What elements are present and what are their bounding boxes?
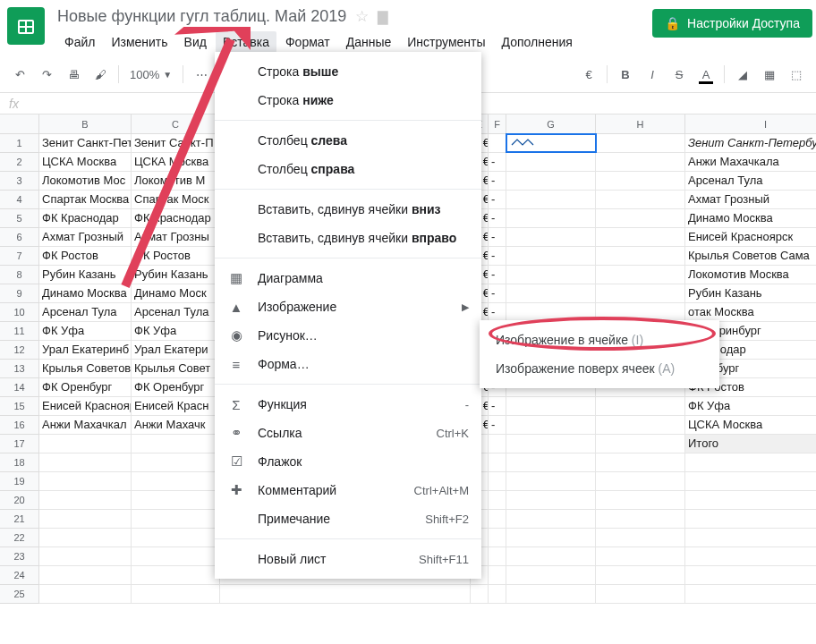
- menu-вид[interactable]: Вид: [177, 31, 214, 53]
- row-header-24[interactable]: 24: [0, 566, 38, 585]
- cell-I4[interactable]: Ахмат Грозный: [685, 191, 816, 208]
- cell-G3[interactable]: [506, 172, 596, 190]
- row-header-19[interactable]: 19: [0, 472, 38, 491]
- cell-C24[interactable]: [132, 566, 220, 584]
- cell-F10[interactable]: -: [489, 303, 506, 321]
- cell-H10[interactable]: [596, 303, 685, 321]
- paint-format-button[interactable]: 🖌: [88, 62, 113, 87]
- cell-H3[interactable]: [596, 172, 685, 190]
- submenu-item[interactable]: Изображение в ячейке (I): [480, 326, 719, 354]
- cell-D25[interactable]: [220, 585, 471, 603]
- cell-G15[interactable]: [506, 397, 596, 415]
- cell-B20[interactable]: [39, 491, 132, 509]
- cell-B10[interactable]: Арсенал Тула: [39, 303, 132, 321]
- doc-title[interactable]: Новые функции гугл таблиц. Май 2019: [57, 7, 346, 26]
- cell-G2[interactable]: [506, 153, 596, 171]
- share-button[interactable]: 🔒 Настройки Доступа: [652, 9, 812, 38]
- row-header-7[interactable]: 7: [0, 247, 38, 266]
- row-header-17[interactable]: 17: [0, 435, 38, 453]
- cell-G5[interactable]: [506, 209, 596, 227]
- cell-G24[interactable]: [506, 566, 596, 584]
- cell-C21[interactable]: [132, 510, 220, 528]
- cell-F7[interactable]: -: [489, 247, 506, 265]
- cell-F21[interactable]: [489, 510, 506, 528]
- cell-C25[interactable]: [132, 585, 220, 603]
- menu-item[interactable]: Строка ниже: [215, 86, 481, 114]
- more-toolbar[interactable]: ⋯: [189, 62, 214, 87]
- row-header-12[interactable]: 12: [0, 341, 38, 360]
- col-header-I[interactable]: I: [685, 114, 816, 134]
- cell-H23[interactable]: [596, 547, 685, 565]
- cell-B3[interactable]: Локомотив Мос: [39, 172, 132, 190]
- cell-C22[interactable]: [132, 529, 220, 547]
- cell-H18[interactable]: [596, 453, 685, 471]
- cell-B1[interactable]: Зенит Санкт-Пет: [39, 134, 132, 152]
- cell-H15[interactable]: [596, 397, 685, 415]
- cell-B5[interactable]: ФК Краснодар: [39, 209, 132, 227]
- menu-item[interactable]: Столбец слева: [215, 126, 481, 155]
- cell-I22[interactable]: [685, 529, 816, 547]
- menu-item[interactable]: ΣФункция-: [215, 390, 481, 419]
- cell-C7[interactable]: ФК Ростов: [132, 247, 220, 265]
- cell-B4[interactable]: Спартак Москва: [39, 191, 132, 208]
- menu-файл[interactable]: Файл: [57, 31, 102, 53]
- currency-button[interactable]: €: [576, 62, 601, 87]
- menu-item[interactable]: ≡Форма…: [215, 350, 481, 378]
- cell-B19[interactable]: [39, 472, 132, 490]
- cell-I19[interactable]: [685, 472, 816, 490]
- cell-H21[interactable]: [596, 510, 685, 528]
- cell-C16[interactable]: Анжи Махачк: [132, 416, 220, 434]
- cell-C12[interactable]: Урал Екатери: [132, 341, 220, 359]
- select-all-corner[interactable]: [0, 114, 39, 134]
- cell-G6[interactable]: [506, 228, 596, 246]
- cell-F3[interactable]: -: [489, 172, 506, 190]
- print-button[interactable]: 🖶: [61, 62, 86, 87]
- cell-C8[interactable]: Рубин Казань: [132, 266, 220, 284]
- row-header-10[interactable]: 10: [0, 303, 38, 322]
- cell-I15[interactable]: ФК Уфа: [685, 397, 816, 415]
- menu-вставка[interactable]: Вставка: [216, 31, 276, 53]
- cell-H8[interactable]: [596, 266, 685, 284]
- cell-I23[interactable]: [685, 547, 816, 565]
- cell-C14[interactable]: ФК Оренбург: [132, 378, 220, 396]
- undo-button[interactable]: ↶: [7, 62, 32, 87]
- cell-G10[interactable]: [506, 303, 596, 321]
- cell-H9[interactable]: [596, 284, 685, 302]
- row-header-25[interactable]: 25: [0, 585, 38, 604]
- row-header-16[interactable]: 16: [0, 416, 38, 435]
- borders-button[interactable]: ▦: [757, 62, 782, 87]
- row-header-22[interactable]: 22: [0, 529, 38, 547]
- cell-F5[interactable]: -: [489, 209, 506, 227]
- star-icon[interactable]: ☆: [355, 7, 369, 26]
- cell-G17[interactable]: [506, 435, 596, 453]
- cell-C18[interactable]: [132, 453, 220, 471]
- cell-C6[interactable]: Ахмат Грозны: [132, 228, 220, 246]
- cell-C5[interactable]: ФК Краснодар: [132, 209, 220, 227]
- cell-H6[interactable]: [596, 228, 685, 246]
- cell-B13[interactable]: Крылья Советов: [39, 360, 132, 377]
- menu-item[interactable]: ⚭СсылкаCtrl+K: [215, 419, 481, 447]
- cell-I5[interactable]: Динамо Москва: [685, 209, 816, 227]
- cell-B24[interactable]: [39, 566, 132, 584]
- cell-I21[interactable]: [685, 510, 816, 528]
- cell-I24[interactable]: [685, 566, 816, 584]
- cell-G16[interactable]: [506, 416, 596, 434]
- cell-H4[interactable]: [596, 191, 685, 208]
- col-header-C[interactable]: C: [132, 114, 220, 134]
- row-header-15[interactable]: 15: [0, 397, 38, 416]
- col-header-H[interactable]: H: [596, 114, 685, 134]
- row-header-8[interactable]: 8: [0, 266, 38, 284]
- menu-дополнения[interactable]: Дополнения: [495, 31, 580, 53]
- cell-F15[interactable]: -: [489, 397, 506, 415]
- cell-C13[interactable]: Крылья Совет: [132, 360, 220, 377]
- menu-item[interactable]: ▲Изображение▶: [215, 292, 481, 321]
- cell-I25[interactable]: [685, 585, 816, 603]
- cell-B6[interactable]: Ахмат Грозный: [39, 228, 132, 246]
- cell-G9[interactable]: [506, 284, 596, 302]
- cell-I17[interactable]: Итого: [685, 435, 816, 453]
- menu-item[interactable]: ◉Рисунок…: [215, 321, 481, 350]
- cell-G21[interactable]: [506, 510, 596, 528]
- bold-button[interactable]: B: [613, 62, 638, 87]
- cell-C11[interactable]: ФК Уфа: [132, 322, 220, 340]
- cell-B9[interactable]: Динамо Москва: [39, 284, 132, 302]
